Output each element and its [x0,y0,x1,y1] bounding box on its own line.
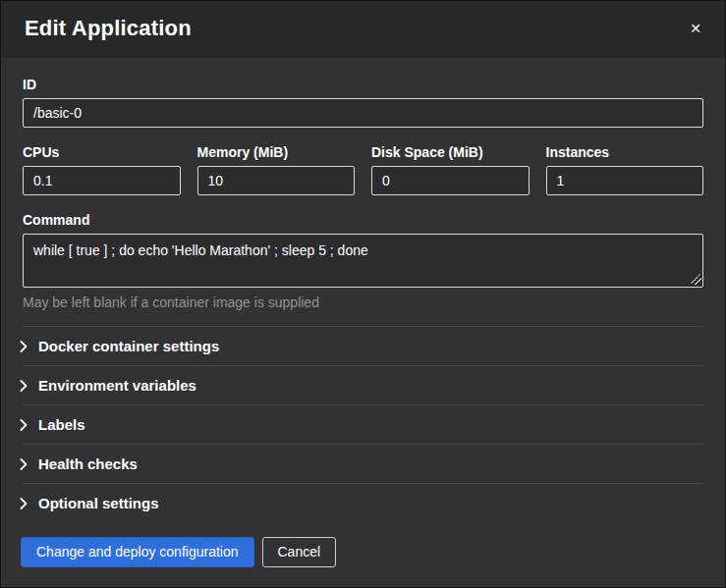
section-label: Labels [38,416,85,433]
cpus-input[interactable] [23,166,181,195]
disk-input[interactable] [371,166,530,195]
id-field-group: ID [23,77,703,128]
section-label: Docker container settings [38,338,219,354]
disk-field-group: Disk Space (MiB) [371,144,530,195]
close-icon[interactable]: ✕ [684,16,703,37]
section-optional-settings[interactable]: Optional settings [23,483,703,522]
memory-label: Memory (MiB) [197,144,356,160]
resource-fields-row: CPUs Memory (MiB) Disk Space (MiB) Insta… [23,144,703,195]
command-field-group: Command while [ true ] ; do echo 'Hello … [23,212,703,310]
id-input[interactable] [23,98,703,128]
command-textarea[interactable]: while [ true ] ; do echo 'Hello Marathon… [23,234,703,288]
command-textarea-wrap: while [ true ] ; do echo 'Hello Marathon… [23,234,703,288]
cpus-field-group: CPUs [23,144,181,195]
chevron-right-icon [20,498,28,509]
section-docker-container-settings[interactable]: Docker container settings [23,326,703,365]
modal-body: ID CPUs Memory (MiB) Disk Space (MiB) In… [1,58,725,522]
cpus-label: CPUs [23,144,181,160]
chevron-right-icon [20,419,28,431]
accordion-sections: Docker container settings Environment va… [23,326,703,522]
section-labels[interactable]: Labels [23,404,703,444]
chevron-right-icon [20,380,28,392]
modal-title: Edit Application [25,16,192,41]
section-label: Optional settings [38,495,159,511]
command-label: Command [23,212,703,228]
id-label: ID [23,77,703,92]
section-health-checks[interactable]: Health checks [23,444,703,483]
modal-header: Edit Application ✕ [1,1,725,58]
chevron-right-icon [20,341,28,352]
section-environment-variables[interactable]: Environment variables [23,365,703,404]
memory-field-group: Memory (MiB) [197,144,356,195]
change-and-deploy-button[interactable]: Change and deploy configuration [21,537,254,567]
instances-label: Instances [546,144,704,160]
instances-input[interactable] [546,166,704,195]
edit-application-modal: Edit Application ✕ ID CPUs Memory (MiB) … [0,0,726,588]
section-label: Environment variables [38,377,196,394]
cancel-button[interactable]: Cancel [262,537,337,567]
memory-input[interactable] [197,166,356,195]
modal-footer: Change and deploy configuration Cancel [1,522,725,587]
instances-field-group: Instances [546,144,704,195]
disk-label: Disk Space (MiB) [371,144,530,160]
chevron-right-icon [20,458,28,470]
section-label: Health checks [38,455,138,472]
command-help-text: May be left blank if a container image i… [23,294,703,310]
